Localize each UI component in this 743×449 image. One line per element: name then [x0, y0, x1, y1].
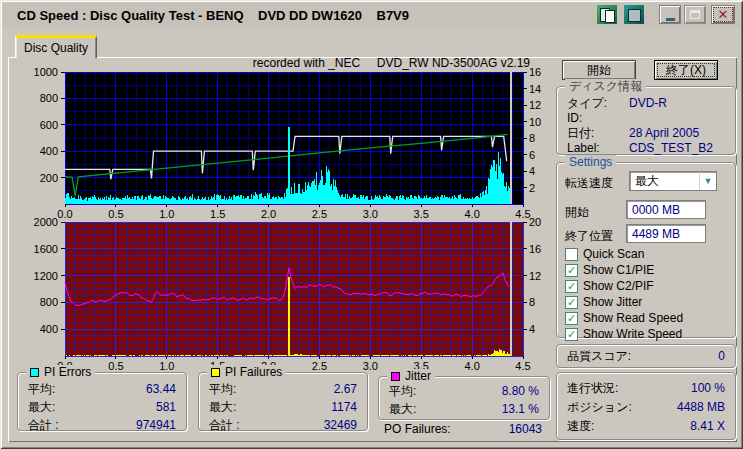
pi-errors-swatch-icon — [30, 368, 39, 377]
speed-dropdown-value: 最大 — [630, 173, 699, 190]
close-button[interactable]: ✕ — [711, 5, 735, 24]
start-button[interactable]: 開始 — [562, 60, 636, 80]
speed-row: 速度:8.41 X — [567, 419, 725, 434]
checkbox-box[interactable] — [565, 264, 578, 277]
stat-row: 平均:8.80 % — [389, 384, 539, 398]
quality-score-label: 品質スコア: — [567, 349, 631, 364]
quality-score-row: 品質スコア: 0 — [567, 349, 725, 364]
disc-label-row: Label:CDS_TEST_B2 — [567, 141, 725, 156]
checkbox-label: Show Jitter — [583, 295, 642, 309]
pi-failures-caption: PI Failures — [207, 365, 286, 379]
minimize-icon — [666, 18, 675, 21]
clipboard-icon[interactable] — [597, 5, 617, 24]
po-failures-value: 16043 — [509, 422, 542, 436]
progress-box: 進行状況:100 % ポジション:4488 MB 速度:8.41 X — [556, 372, 736, 440]
window-title: CD Speed : Disc Quality Test - BENQ DVD … — [3, 8, 409, 23]
exit-button[interactable]: 終了(X) — [654, 60, 718, 80]
checkbox-box[interactable] — [565, 296, 578, 309]
disc-type-row: タイプ:DVD-R — [567, 96, 725, 111]
disc-date-row: 日付:28 April 2005 — [567, 126, 725, 141]
checkbox-label: Show Read Speed — [583, 311, 683, 325]
position-row: ポジション:4488 MB — [567, 400, 725, 415]
pi-errors-caption: PI Errors — [26, 365, 95, 379]
minimize-button[interactable] — [659, 5, 681, 24]
jitter-title: Jitter — [405, 369, 431, 383]
settings-groupbox: Settings 転送速度 最大 ▼ 開始 0000 MB 終了位置 4489 … — [556, 162, 736, 338]
checkbox-show-jitter[interactable]: Show Jitter — [565, 295, 642, 309]
disc-id-row: ID: — [567, 111, 725, 126]
pi-failures-swatch-icon — [211, 368, 220, 377]
disc-info-caption: ディスク情報 — [565, 79, 646, 93]
jitter-caption: Jitter — [387, 369, 435, 383]
pi-errors-title: PI Errors — [44, 365, 91, 379]
app-window: CD Speed : Disc Quality Test - BENQ DVD … — [0, 0, 743, 449]
checkbox-box[interactable] — [565, 280, 578, 293]
stat-row: 平均:2.67 — [209, 382, 357, 396]
tab-disc-quality[interactable]: Disc Quality — [15, 35, 97, 58]
stat-row: 最大:1174 — [209, 400, 357, 414]
close-icon: ✕ — [718, 8, 729, 21]
disc-info-groupbox: ディスク情報 タイプ:DVD-R ID: 日付:28 April 2005 La… — [556, 86, 736, 155]
checkbox-label: Show C1/PIE — [583, 263, 654, 277]
po-failures-label: PO Failures: — [384, 422, 451, 436]
disc-drive-icon[interactable] — [624, 5, 644, 24]
stat-row: 合計 :974941 — [28, 418, 176, 432]
titlebar-controls: ✕ — [597, 5, 735, 24]
maximize-button[interactable] — [684, 5, 706, 24]
checkbox-box[interactable] — [565, 328, 578, 341]
tab-label: Disc Quality — [24, 41, 88, 55]
po-failures-row: PO Failures: 16043 — [384, 422, 542, 436]
checkbox-box[interactable] — [565, 248, 578, 261]
jitter-groupbox: Jitter 平均:8.80 % 最大:13.1 % — [378, 376, 550, 420]
end-position-label: 終了位置 — [565, 228, 613, 245]
chevron-down-icon[interactable]: ▼ — [699, 172, 716, 190]
quality-score-box: 品質スコア: 0 — [556, 344, 736, 368]
start-position-field[interactable]: 0000 MB — [626, 200, 706, 219]
stat-row: 最大:13.1 % — [389, 402, 539, 416]
checkbox-show-c2-pif[interactable]: Show C2/PIF — [565, 279, 654, 293]
stat-row: 平均:63.44 — [28, 382, 176, 396]
speed-label: 転送速度 — [565, 175, 613, 192]
start-position-label: 開始 — [565, 204, 589, 221]
pi-failures-title: PI Failures — [225, 365, 282, 379]
jitter-swatch-icon — [391, 372, 400, 381]
checkbox-label: Quick Scan — [583, 247, 644, 261]
quality-score-value: 0 — [718, 349, 725, 364]
checkbox-quick-scan[interactable]: Quick Scan — [565, 247, 644, 261]
checkbox-label: Show Write Speed — [583, 327, 682, 341]
settings-caption: Settings — [565, 155, 616, 169]
checkbox-label: Show C2/PIF — [583, 279, 654, 293]
recorded-with-annotation: recorded with _NEC DVD_RW ND-3500AG v2.1… — [210, 56, 530, 70]
speed-dropdown[interactable]: 最大 ▼ — [629, 171, 717, 191]
stat-row: 合計 :32469 — [209, 418, 357, 432]
title-bar: CD Speed : Disc Quality Test - BENQ DVD … — [3, 3, 740, 27]
end-position-field[interactable]: 4489 MB — [626, 224, 706, 243]
checkbox-show-c1-pie[interactable]: Show C1/PIE — [565, 263, 654, 277]
progress-row: 進行状況:100 % — [567, 381, 725, 396]
pi-failures-groupbox: PI Failures 平均:2.67 最大:1174 合計 :32469 — [198, 372, 368, 431]
pi-errors-groupbox: PI Errors 平均:63.44 最大:581 合計 :974941 — [17, 372, 187, 431]
stat-row: 最大:581 — [28, 400, 176, 414]
checkbox-show-write-speed[interactable]: Show Write Speed — [565, 327, 682, 341]
checkbox-box[interactable] — [565, 312, 578, 325]
checkbox-show-read-speed[interactable]: Show Read Speed — [565, 311, 683, 325]
maximize-icon — [690, 10, 700, 19]
